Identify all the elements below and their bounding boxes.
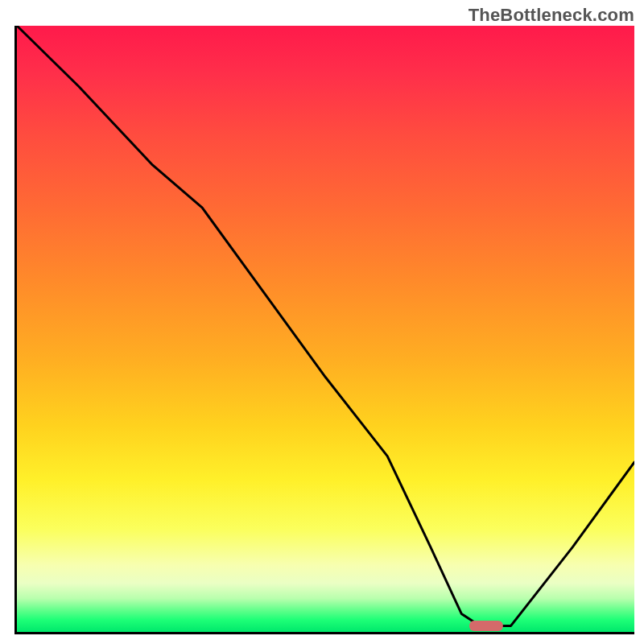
chart-container: TheBottleneck.com	[0, 0, 644, 644]
bottleneck-curve	[17, 26, 634, 625]
optimal-marker	[469, 621, 503, 631]
curve-layer	[17, 26, 634, 632]
plot-area	[14, 26, 634, 634]
watermark-text: TheBottleneck.com	[469, 5, 634, 26]
